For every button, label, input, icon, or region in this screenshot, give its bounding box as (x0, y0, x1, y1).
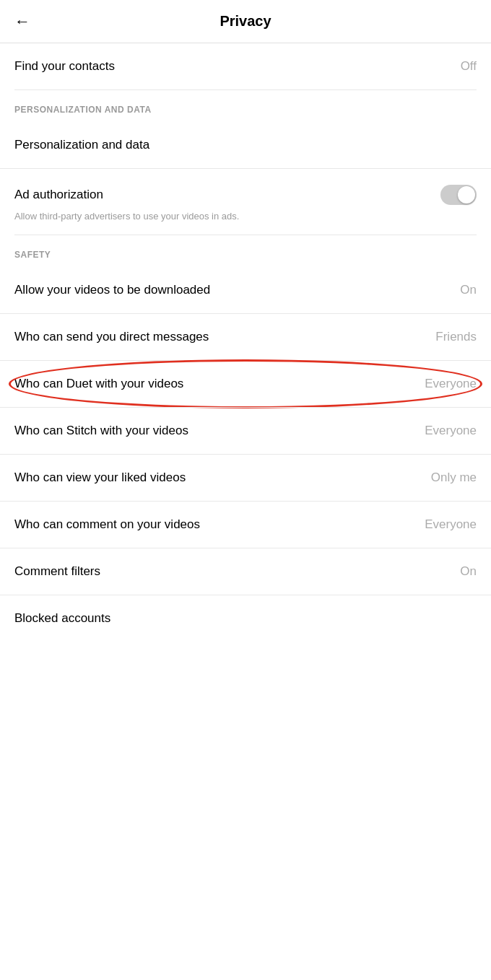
direct-messages-value: Friends (435, 330, 477, 344)
allow-downloads-row[interactable]: Allow your videos to be downloaded On (0, 267, 491, 313)
ad-authorization-row[interactable]: Ad authorization Allow third-party adver… (0, 168, 491, 235)
personalization-section-label: PERSONALIZATION AND DATA (0, 90, 491, 122)
safety-section-label: SAFETY (0, 235, 491, 267)
direct-messages-row[interactable]: Who can send you direct messages Friends (0, 313, 491, 360)
personalization-data-label: Personalization and data (14, 138, 149, 152)
stitch-row[interactable]: Who can Stitch with your videos Everyone (0, 407, 491, 454)
duet-row[interactable]: Who can Duet with your videos Everyone (0, 360, 491, 407)
liked-videos-row[interactable]: Who can view your liked videos Only me (0, 454, 491, 501)
find-contacts-value: Off (461, 59, 477, 74)
comment-filters-label: Comment filters (14, 564, 100, 579)
stitch-label: Who can Stitch with your videos (14, 424, 188, 438)
find-contacts-label: Find your contacts (14, 59, 115, 74)
blocked-accounts-label: Blocked accounts (14, 611, 110, 626)
duet-value: Everyone (425, 377, 477, 391)
personalization-data-row[interactable]: Personalization and data (0, 122, 491, 168)
comment-filters-value: On (460, 564, 477, 579)
back-button[interactable]: ← (14, 12, 30, 31)
safety-section: SAFETY Allow your videos to be downloade… (0, 235, 491, 642)
ad-authorization-subtext: Allow third-party advertisers to use you… (0, 211, 491, 235)
allow-downloads-value: On (460, 283, 477, 297)
comment-filters-row[interactable]: Comment filters On (0, 548, 491, 595)
liked-videos-label: Who can view your liked videos (14, 471, 186, 485)
ad-authorization-label: Ad authorization (14, 188, 103, 202)
direct-messages-label: Who can send you direct messages (14, 330, 209, 344)
find-contacts-row[interactable]: Find your contacts Off (0, 43, 491, 89)
page-title: Privacy (220, 13, 271, 30)
toggle-knob (458, 186, 475, 204)
liked-videos-value: Only me (431, 471, 477, 485)
comment-videos-value: Everyone (425, 517, 477, 532)
personalization-section: PERSONALIZATION AND DATA Personalization… (0, 90, 491, 235)
blocked-accounts-row[interactable]: Blocked accounts (0, 595, 491, 642)
duet-label: Who can Duet with your videos (14, 377, 183, 391)
comment-videos-label: Who can comment on your videos (14, 517, 200, 532)
stitch-value: Everyone (425, 424, 477, 438)
comment-videos-row[interactable]: Who can comment on your videos Everyone (0, 501, 491, 548)
ad-authorization-toggle[interactable] (440, 185, 477, 205)
allow-downloads-label: Allow your videos to be downloaded (14, 283, 210, 297)
page-header: ← Privacy (0, 0, 491, 43)
